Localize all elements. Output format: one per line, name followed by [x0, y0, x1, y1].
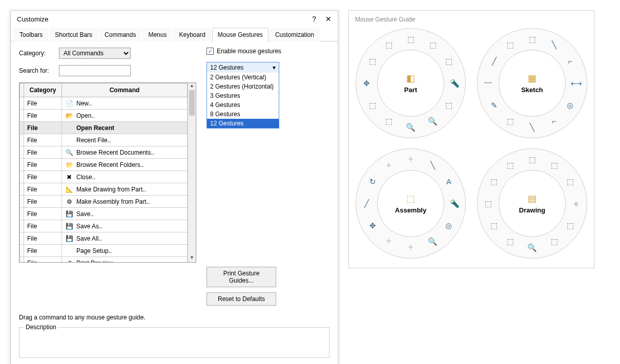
tab-shortcut-bars[interactable]: Shortcut Bars: [49, 28, 98, 41]
gesture-slot-icon[interactable]: ⬚: [505, 160, 516, 171]
table-row[interactable]: File📐Make Drawing from Part..: [20, 183, 188, 196]
customize-dialog: Customize ? ✕ ToolbarsShortcut BarsComma…: [10, 10, 338, 364]
gesture-slot-icon[interactable]: ⬚: [367, 100, 378, 111]
gesture-slot-icon[interactable]: ╲: [427, 160, 439, 171]
gesture-option[interactable]: 8 Gestures: [207, 110, 279, 119]
enable-gestures-checkbox[interactable]: ✓: [206, 48, 214, 55]
gesture-slot-icon[interactable]: ✥: [361, 78, 373, 89]
help-icon[interactable]: ?: [312, 15, 316, 23]
table-row[interactable]: File🔍Browse Recent Documents..: [20, 146, 188, 159]
table-row[interactable]: File💾Save As..: [20, 220, 188, 232]
gesture-slot-icon[interactable]: ◎: [443, 220, 454, 231]
gesture-option[interactable]: 4 Gestures: [207, 100, 279, 110]
gesture-slot-icon[interactable]: ⬚: [367, 56, 378, 67]
gesture-slot-icon[interactable]: ⬚: [549, 236, 560, 247]
print-gesture-guides-button[interactable]: Print Gesture Guides...: [206, 267, 276, 287]
gesture-slot-icon[interactable]: ✥: [367, 220, 378, 231]
category-label: Category:: [19, 50, 55, 57]
table-row[interactable]: FileOpen Recent: [20, 122, 188, 134]
command-label: Page Setup..: [76, 247, 112, 254]
gesture-slot-icon[interactable]: ⬚: [405, 34, 417, 45]
reset-to-defaults-button[interactable]: Reset to Defaults: [206, 292, 276, 306]
gesture-slot-icon[interactable]: ⬚: [505, 236, 516, 247]
gesture-slot-icon[interactable]: ⌐: [565, 56, 576, 67]
vertical-scrollbar[interactable]: ▲ ▼: [188, 83, 196, 262]
table-header-category[interactable]: Category: [24, 83, 62, 97]
scroll-up-icon[interactable]: ▲: [188, 83, 196, 90]
gesture-slot-icon[interactable]: ◎: [565, 100, 576, 111]
gesture-slot-icon[interactable]: 🔍: [527, 242, 538, 253]
gesture-option[interactable]: 3 Gestures: [207, 91, 279, 100]
table-row[interactable]: FileRecent File..: [20, 134, 188, 146]
close-icon[interactable]: ✕: [325, 15, 332, 23]
gesture-slot-icon[interactable]: ⬚: [565, 176, 576, 187]
table-row[interactable]: FilePage Setup..: [20, 245, 188, 257]
gesture-slot-icon[interactable]: ⟷: [571, 78, 582, 89]
gesture-slot-empty[interactable]: +: [405, 154, 417, 165]
gesture-slot-icon[interactable]: 🔍: [427, 236, 439, 247]
tab-customization[interactable]: Customization: [270, 28, 320, 41]
gesture-slot-icon[interactable]: 🔍: [405, 122, 417, 133]
gesture-slot-empty[interactable]: +: [383, 160, 395, 171]
gesture-slot-icon[interactable]: ⬚: [527, 154, 538, 165]
table-row[interactable]: File💾Save..: [20, 208, 188, 220]
table-row[interactable]: File📂Open..: [20, 110, 188, 122]
scroll-down-icon[interactable]: ▼: [188, 255, 196, 262]
gesture-slot-icon[interactable]: ⬚: [549, 160, 560, 171]
cell-category: File: [24, 208, 62, 220]
cell-command: 📐Make Drawing from Part..: [62, 183, 188, 196]
gesture-slot-icon[interactable]: ⬚: [565, 220, 576, 231]
gesture-slot-icon[interactable]: ⬚: [427, 39, 439, 51]
gesture-slot-icon[interactable]: ⬚: [488, 220, 500, 231]
gesture-slot-icon[interactable]: 🔦: [449, 198, 461, 209]
gesture-slot-icon[interactable]: ⟐: [571, 198, 582, 209]
gesture-slot-icon[interactable]: ╱: [361, 198, 373, 209]
gesture-slot-icon[interactable]: ✎: [488, 100, 500, 111]
gesture-slot-icon[interactable]: ⬚: [383, 39, 395, 51]
gesture-slot-icon[interactable]: ↻: [367, 176, 378, 187]
cell-command: 💾Save As..: [62, 220, 188, 232]
command-label: Browse Recent Folders..: [76, 161, 143, 168]
gesture-slot-icon[interactable]: 〰: [483, 78, 494, 89]
table-header-command[interactable]: Command: [62, 83, 188, 97]
tab-commands[interactable]: Commands: [99, 28, 141, 41]
category-select[interactable]: All Commands: [59, 48, 131, 59]
gesture-slot-icon[interactable]: ⬚: [443, 100, 454, 111]
gesture-option[interactable]: 2 Gestures (Vertical): [207, 73, 279, 82]
command-icon: 💾: [65, 234, 73, 243]
command-icon: 📂: [65, 112, 73, 120]
gesture-slot-icon[interactable]: ╲: [527, 122, 538, 133]
gesture-slot-icon[interactable]: ╱: [488, 56, 500, 67]
gesture-slot-icon[interactable]: 🔦: [449, 78, 461, 89]
search-input[interactable]: [59, 65, 131, 76]
gesture-slot-icon[interactable]: ⌐: [549, 116, 560, 127]
table-row[interactable]: File💾Save All..: [20, 232, 188, 245]
command-icon: 🔍: [65, 148, 73, 157]
gesture-slot-icon[interactable]: ⬚: [483, 198, 494, 209]
gesture-slot-icon[interactable]: 🔍: [427, 116, 439, 127]
gesture-slot-icon[interactable]: ⬚: [505, 39, 516, 51]
gesture-slot-icon[interactable]: ⬚: [383, 116, 395, 127]
gesture-slot-empty[interactable]: +: [383, 236, 395, 247]
gesture-slot-icon[interactable]: ╲: [549, 39, 560, 51]
gesture-slot-empty[interactable]: +: [405, 242, 417, 253]
gesture-option[interactable]: 12 Gestures: [207, 119, 279, 128]
tab-mouse-gestures[interactable]: Mouse Gestures: [212, 28, 268, 41]
gesture-count-dropdown[interactable]: 12 Gestures ▾ 2 Gestures (Vertical)2 Ges…: [206, 62, 279, 129]
cell-command: Page Setup..: [62, 245, 188, 257]
table-row[interactable]: File🖨Print Preview..: [20, 257, 188, 263]
scroll-thumb[interactable]: [189, 90, 195, 116]
table-row[interactable]: File📄New..: [20, 97, 188, 110]
gesture-slot-icon[interactable]: ⬚: [488, 176, 500, 187]
gesture-option[interactable]: 2 Gestures (Horizontal): [207, 82, 279, 91]
table-row[interactable]: File✖Close..: [20, 171, 188, 183]
table-row[interactable]: File📁Browse Recent Folders..: [20, 159, 188, 171]
tab-menus[interactable]: Menus: [142, 28, 172, 41]
tab-keyboard[interactable]: Keyboard: [173, 28, 211, 41]
tab-toolbars[interactable]: Toolbars: [14, 28, 48, 41]
gesture-slot-icon[interactable]: ⬚: [527, 34, 538, 45]
gesture-slot-icon[interactable]: ⬚: [505, 116, 516, 127]
gesture-slot-icon[interactable]: ⬚: [443, 56, 454, 67]
table-row[interactable]: File⚙Make Assembly from Part..: [20, 196, 188, 208]
gesture-slot-icon[interactable]: A: [443, 176, 454, 187]
